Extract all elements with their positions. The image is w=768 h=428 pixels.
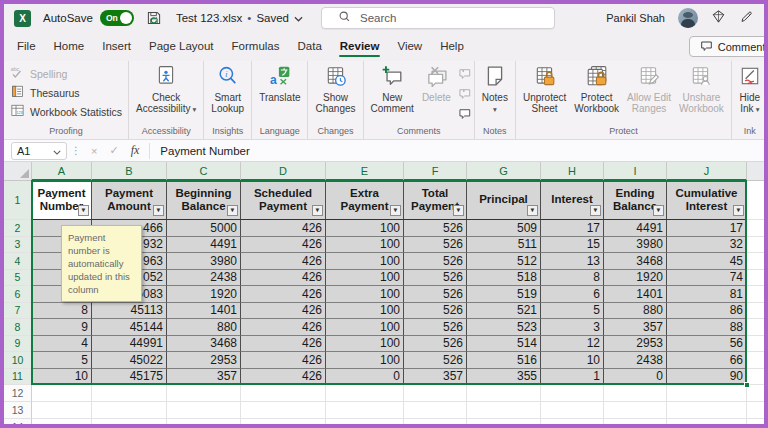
cell-B10[interactable]: 45022 [92,352,167,369]
button-protect-workbook[interactable]: ProtectWorkbook [570,62,623,115]
cell-G12[interactable] [467,385,541,402]
cell-I3[interactable]: 3980 [604,237,667,254]
cell-K5[interactable] [747,270,764,287]
cell-B13[interactable] [92,402,167,419]
column-header-B[interactable]: B [92,162,167,181]
cell-E2[interactable]: 100 [326,220,404,237]
cell-G2[interactable]: 509 [467,220,541,237]
cell-I5[interactable]: 1920 [604,270,667,287]
column-header-G[interactable]: G [467,162,541,181]
row-header-5[interactable]: 5 [4,270,32,287]
cell-K4[interactable] [747,253,764,270]
cell-C10[interactable]: 2953 [167,352,241,369]
cell-C8[interactable]: 880 [167,319,241,336]
row-header-7[interactable]: 7 [4,303,32,320]
cell-J6[interactable]: 81 [667,286,747,303]
tab-help[interactable]: Help [431,34,473,59]
cell-G9[interactable]: 514 [467,336,541,353]
cell-D13[interactable] [241,402,326,419]
cell-F10[interactable]: 526 [404,352,467,369]
cell-G8[interactable]: 523 [467,319,541,336]
cell-C13[interactable] [167,402,241,419]
row-header-4[interactable]: 4 [4,253,32,270]
row-header-1[interactable]: 1 [4,181,32,220]
cell-I9[interactable]: 2953 [604,336,667,353]
button-show-comments[interactable] [458,106,471,124]
cell-A14[interactable] [32,419,92,424]
search-input[interactable]: Search [321,7,555,29]
cell-F6[interactable]: 526 [404,286,467,303]
cell-E5[interactable]: 100 [326,270,404,287]
header-cell-B1[interactable]: PaymentAmount▾ [92,181,167,220]
tab-data[interactable]: Data [289,34,331,59]
column-header-D[interactable]: D [241,162,326,181]
cell-I14[interactable] [604,419,667,424]
cell-E14[interactable] [326,419,404,424]
cell-H3[interactable]: 15 [541,237,604,254]
cell-H8[interactable]: 3 [541,319,604,336]
cell-F13[interactable] [404,402,467,419]
cell-D10[interactable]: 426 [241,352,326,369]
cell-D6[interactable]: 426 [241,286,326,303]
cell-F14[interactable] [404,419,467,424]
cell-B7[interactable]: 45113 [92,303,167,320]
cell-A12[interactable] [32,385,92,402]
filter-button-E[interactable]: ▾ [390,205,401,216]
cell-E8[interactable]: 100 [326,319,404,336]
column-header-J[interactable]: J [667,162,747,181]
column-header-H[interactable]: H [541,162,604,181]
cell-H13[interactable] [541,402,604,419]
tab-formulas[interactable]: Formulas [223,34,289,59]
cell-K13[interactable] [747,402,764,419]
cell-H7[interactable]: 5 [541,303,604,320]
cell-J10[interactable]: 66 [667,352,747,369]
cell-I13[interactable] [604,402,667,419]
cell-E13[interactable] [326,402,404,419]
name-box[interactable]: A1 [11,142,67,160]
cell-K14[interactable] [747,419,764,424]
cell-G10[interactable]: 516 [467,352,541,369]
cell-J3[interactable]: 32 [667,237,747,254]
cell-K2[interactable] [747,220,764,237]
cell-I8[interactable]: 357 [604,319,667,336]
button-thesaurus[interactable]: Thesaurus [7,83,83,102]
row-header-10[interactable]: 10 [4,352,32,369]
button-allow-edit-ranges[interactable]: Allow EditRanges [623,62,675,115]
button-show-changes[interactable]: ShowChanges [311,62,359,115]
save-icon[interactable] [146,10,162,26]
button-unprotect-sheet[interactable]: UnprotectSheet [519,62,570,115]
tab-view[interactable]: View [388,34,431,59]
fill-handle[interactable] [744,382,750,388]
column-header-C[interactable]: C [167,162,241,181]
cell-J13[interactable] [667,402,747,419]
filter-button-C[interactable]: ▾ [227,205,238,216]
cell-I4[interactable]: 3468 [604,253,667,270]
cell-E12[interactable] [326,385,404,402]
cell-C4[interactable]: 3980 [167,253,241,270]
tab-insert[interactable]: Insert [93,34,140,59]
column-header-K[interactable]: K [747,162,764,181]
header-cell-A1[interactable]: PaymentNumber▾ [32,181,92,220]
cell-E4[interactable]: 100 [326,253,404,270]
cell-D9[interactable]: 426 [241,336,326,353]
button-hide-ink[interactable]: HideInk ▾ [735,62,764,116]
filter-button-I[interactable]: ▾ [653,205,664,216]
cell-B11[interactable]: 45175 [92,369,167,386]
cell-A9[interactable]: 4 [32,336,92,353]
cell-I7[interactable]: 880 [604,303,667,320]
cell-G6[interactable]: 519 [467,286,541,303]
tab-file[interactable]: File [8,34,45,59]
cell-H14[interactable] [541,419,604,424]
cell-H12[interactable] [541,385,604,402]
cell-H2[interactable]: 17 [541,220,604,237]
cell-A10[interactable]: 5 [32,352,92,369]
cell-F3[interactable]: 526 [404,237,467,254]
cell-A8[interactable]: 9 [32,319,92,336]
button-unshare-workbook[interactable]: UnshareWorkbook [675,62,728,115]
button-delete[interactable]: Delete [418,62,455,103]
column-header-A[interactable]: A [32,162,92,181]
cell-J14[interactable] [667,419,747,424]
row-header-9[interactable]: 9 [4,336,32,353]
cell-D7[interactable]: 426 [241,303,326,320]
cell-C3[interactable]: 4491 [167,237,241,254]
